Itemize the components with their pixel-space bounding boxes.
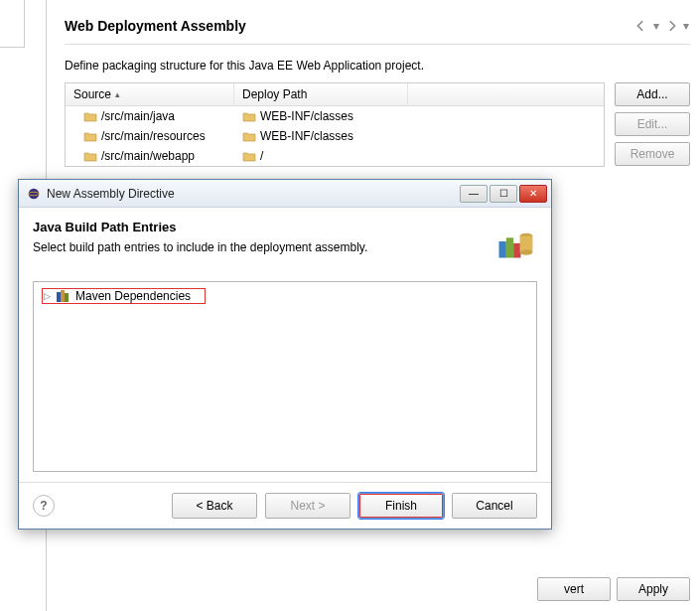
- back-arrow-dropdown-icon[interactable]: ▾: [652, 18, 660, 34]
- new-assembly-directive-dialog: New Assembly Directive — ☐ ✕ Java Build …: [18, 179, 552, 530]
- help-button[interactable]: ?: [33, 495, 55, 517]
- source-cell: /src/main/java: [101, 109, 175, 123]
- dialog-title: New Assembly Directive: [47, 187, 454, 201]
- folder-icon: [83, 130, 97, 142]
- svg-rect-9: [61, 290, 65, 302]
- dialog-titlebar[interactable]: New Assembly Directive — ☐ ✕: [19, 180, 551, 208]
- library-icon: [56, 289, 71, 303]
- cancel-button[interactable]: Cancel: [452, 493, 537, 519]
- deploy-cell: WEB-INF/classes: [260, 129, 353, 143]
- source-cell: /src/main/resources: [101, 129, 206, 143]
- svg-rect-10: [65, 293, 69, 302]
- table-row[interactable]: /src/main/javaWEB-INF/classes: [66, 106, 604, 126]
- sort-asc-icon: ▴: [115, 89, 120, 99]
- books-jar-icon: [493, 220, 537, 263]
- next-button[interactable]: Next >: [265, 493, 350, 519]
- finish-button[interactable]: Finish: [358, 493, 444, 519]
- back-button[interactable]: < Back: [172, 493, 257, 519]
- minimize-button[interactable]: —: [460, 185, 488, 203]
- table-row[interactable]: /src/main/webapp/: [66, 146, 604, 166]
- remove-button[interactable]: Remove: [615, 142, 690, 166]
- folder-icon: [242, 150, 256, 162]
- panel-description: Define packaging structure for this Java…: [65, 59, 690, 73]
- svg-rect-4: [513, 243, 520, 258]
- folder-icon: [242, 130, 256, 142]
- nav-arrows: ▾ ▾: [632, 18, 690, 34]
- panel-title: Web Deployment Assembly: [65, 18, 632, 34]
- forward-arrow-icon[interactable]: [662, 18, 680, 34]
- source-cell: /src/main/webapp: [101, 149, 195, 163]
- entry-maven-dependencies[interactable]: ▷ Maven Dependencies: [42, 288, 206, 304]
- edit-button[interactable]: Edit...: [615, 112, 690, 136]
- deploy-cell: /: [260, 149, 263, 163]
- column-header-deploy[interactable]: Deploy Path: [234, 83, 408, 105]
- close-button[interactable]: ✕: [519, 185, 547, 203]
- back-arrow-icon[interactable]: [632, 18, 650, 34]
- folder-icon: [242, 110, 256, 122]
- assembly-table: Source ▴ Deploy Path /src/main/javaWEB-I…: [65, 82, 605, 167]
- folder-icon: [83, 150, 97, 162]
- svg-rect-2: [499, 241, 506, 258]
- revert-button[interactable]: vert: [537, 577, 611, 601]
- apply-button[interactable]: Apply: [617, 577, 690, 601]
- svg-rect-3: [506, 237, 513, 257]
- build-path-entries-list[interactable]: ▷ Maven Dependencies: [33, 281, 537, 472]
- folder-icon: [83, 110, 97, 122]
- maximize-button[interactable]: ☐: [490, 185, 517, 203]
- dialog-header-subtitle: Select build path entries to include in …: [33, 240, 493, 254]
- outline-stub: [0, 0, 25, 48]
- column-header-spacer: [408, 83, 604, 105]
- table-row[interactable]: /src/main/resourcesWEB-INF/classes: [66, 126, 604, 146]
- column-header-source[interactable]: Source ▴: [66, 83, 234, 105]
- svg-point-7: [520, 249, 533, 255]
- svg-point-0: [29, 188, 40, 199]
- forward-arrow-dropdown-icon[interactable]: ▾: [682, 18, 690, 34]
- add-button[interactable]: Add...: [615, 82, 690, 106]
- dialog-header-title: Java Build Path Entries: [33, 220, 493, 234]
- expand-arrow-icon[interactable]: ▷: [44, 291, 52, 301]
- eclipse-icon: [27, 187, 41, 201]
- deploy-cell: WEB-INF/classes: [260, 109, 353, 123]
- entry-label: Maven Dependencies: [75, 289, 191, 303]
- svg-rect-8: [57, 292, 61, 302]
